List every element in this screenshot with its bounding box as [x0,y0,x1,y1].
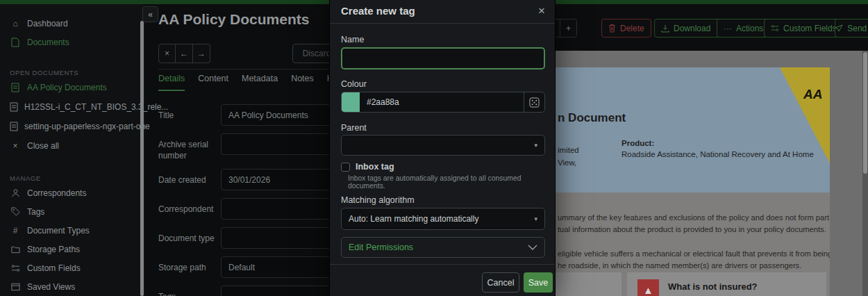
field-label: Date created [158,169,221,190]
manage-header: MANAGE [0,172,146,183]
aa-logo: AA [803,87,822,102]
open-document-h12ssl[interactable]: H12SSL-i_C_CT_NT_BIOS_3.3_rele... [0,97,146,117]
document-address-line: imited [558,146,579,154]
sidebar-item-saved-views[interactable]: Saved Views [0,277,146,296]
sidebar: ⌂ Dashboard Documents OPEN DOCUMENTS AA … [0,4,146,296]
open-document-setting-up[interactable]: setting-up-paperless-ngx-part-one [0,117,146,136]
save-button[interactable]: Save [524,272,553,293]
sidebar-item-label: Documents [27,38,69,47]
download-button[interactable]: Download [655,19,717,37]
close-document-button[interactable]: × [158,44,176,63]
field-label: Correspondent [158,198,221,220]
sidebar-item-documents[interactable]: Documents [0,33,146,51]
parent-label: Parent [341,123,367,133]
colour-swatch[interactable] [342,92,360,112]
send-label: Send [847,24,867,33]
field-label: Title [158,104,221,126]
file-text-icon [10,102,18,112]
edit-permissions-toggle[interactable]: Edit Permissions [341,237,545,258]
sidebar-item-custom-fields[interactable]: Custom Fields [0,258,146,277]
cancel-button[interactable]: Cancel [482,272,519,293]
zoom-in-button[interactable]: + [560,19,576,37]
close-all-label: Close all [27,141,59,151]
sliders-icon [10,264,21,272]
x-icon: × [10,141,21,151]
actions-label: Actions [736,24,763,33]
inbox-tag-label: Inbox tag [356,162,394,172]
file-icon [10,38,21,47]
file-text-icon [10,83,21,92]
sidebar-item-storage-paths[interactable]: Storage Paths [0,240,146,258]
document-title-fragment: n Document [558,111,626,125]
sliders-icon [771,24,779,32]
document-body-line: eligible vehicle suffers a mechanical or… [558,249,830,258]
delete-button[interactable]: Delete [601,19,651,38]
dice-icon [529,97,540,108]
product-value: Roadside Assistance, National Recovery a… [621,150,814,158]
document-body-line: ummary of the key features and exclusion… [558,213,830,222]
sidebar-item-document-types[interactable]: # Document Types [0,221,146,240]
matching-algorithm-value: Auto: Learn matching automatically [349,214,478,224]
previous-document-button[interactable]: ← [176,44,193,63]
document-header-band [547,67,830,192]
delete-label: Delete [620,24,644,33]
trash-icon [608,24,616,33]
open-document-label: H12SSL-i_C_CT_NT_BIOS_3.3_rele... [24,102,168,112]
folder-icon [10,245,21,254]
tab-content[interactable]: Content [198,74,228,91]
matching-algorithm-label: Matching algorithm [341,195,415,205]
open-document-aa-policy[interactable]: AA Policy Documents [0,78,146,97]
sidebar-item-label: Document Types [27,226,90,236]
modal-header-divider [330,23,555,24]
parent-select[interactable]: ▾ [341,135,545,156]
tab-metadata[interactable]: Metadata [242,74,278,91]
window-icon [10,283,21,291]
edit-permissions-label: Edit Permissions [349,242,413,252]
sidebar-item-label: Dashboard [27,19,68,28]
tag-name-input[interactable] [341,47,545,69]
app-window: ⌂ Dashboard Documents OPEN DOCUMENTS AA … [0,0,868,296]
sidebar-item-label: Custom Fields [27,263,81,273]
file-text-icon [10,122,18,131]
person-icon [10,188,21,197]
send-dropdown-button[interactable]: Send ▾ [835,19,868,38]
sidebar-item-label: Tags [27,207,44,217]
sidebar-scrollbar-thumb[interactable] [140,21,144,296]
tab-details[interactable]: Details [158,74,185,91]
document-body-line: tual information about the product is pr… [558,225,826,233]
sidebar-item-correspondents[interactable]: Correspondents [0,183,146,202]
field-label: Archive serial number [158,133,221,161]
download-label: Download [674,24,710,33]
sidebar-collapse-button[interactable]: « [142,6,158,22]
modal-title: Create new tag [341,5,415,17]
field-label: Tags [158,286,221,296]
document-nav-group: × ← → [158,44,210,63]
home-icon: ⌂ [10,19,21,28]
field-label: Storage path [158,256,221,278]
matching-algorithm-select[interactable]: Auto: Learn matching automatically ▾ [341,208,545,230]
sidebar-item-label: Storage Paths [27,245,80,254]
inbox-tag-checkbox[interactable] [341,163,350,172]
open-documents-header: OPEN DOCUMENTS [0,67,146,78]
preview-scrollbar-thumb[interactable] [863,52,867,174]
modal-footer-divider [330,264,555,265]
sidebar-item-tags[interactable]: Tags [0,202,146,221]
next-document-button[interactable]: → [193,44,210,63]
not-insured-title: What is not insured? [668,281,758,292]
tab-notes[interactable]: Notes [291,74,314,91]
inbox-tag-checkbox-row[interactable]: Inbox tag [341,162,394,172]
colour-hex-input[interactable]: #2aa88a [360,92,524,112]
chevron-down-icon: ▾ [534,142,537,149]
field-label: Document type [158,227,221,249]
document-preview-page: AA n Document imited View, Product: Road… [547,67,830,296]
custom-fields-label: Custom Fields [783,24,837,33]
sidebar-item-dashboard[interactable]: ⌂ Dashboard [0,14,146,33]
modal-close-icon[interactable]: × [538,4,545,18]
not-insured-warning-icon: ▲ [637,279,659,296]
random-colour-button[interactable] [524,92,544,112]
ellipsis-icon: ··· [724,24,732,33]
document-body-line: he roadside, in which the named member(s… [558,261,801,270]
document-address-line: View, [558,158,576,167]
close-all-button[interactable]: × Close all [0,136,146,156]
name-label: Name [341,35,364,44]
